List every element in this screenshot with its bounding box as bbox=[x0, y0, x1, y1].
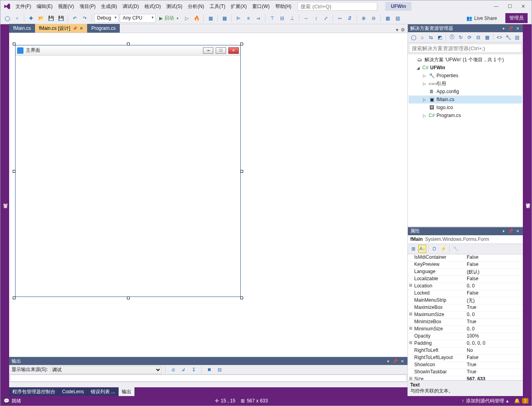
panel-close-icon[interactable]: ✕ bbox=[515, 229, 520, 233]
bottom-tab[interactable]: 输出 bbox=[119, 387, 135, 396]
center-h-icon[interactable]: ⊕ bbox=[359, 14, 368, 23]
align-right-icon[interactable]: ⫤ bbox=[254, 14, 263, 23]
tree-references-node[interactable]: ▷▭▭引用 bbox=[409, 80, 522, 88]
property-row[interactable]: ShowIconTrue bbox=[408, 362, 523, 369]
tree-appconfig-node[interactable]: 🗎App.config bbox=[409, 88, 522, 96]
align-middle-icon[interactable]: ⊟ bbox=[278, 14, 286, 23]
se-scope-icon[interactable]: ◩ bbox=[436, 33, 444, 41]
prop-categorized-icon[interactable]: ⊞ bbox=[409, 245, 417, 253]
document-tab[interactable]: fMain.cs [设计]📌✕ bbox=[35, 24, 88, 33]
menu-item[interactable]: 生成(B) bbox=[99, 2, 119, 12]
property-row[interactable]: IsMdiContainerFalse bbox=[408, 254, 523, 262]
new-item-icon[interactable]: ✚ bbox=[27, 14, 35, 23]
align-bottom-icon[interactable]: ⊥ bbox=[288, 14, 296, 23]
se-collapse-icon[interactable]: ⊟ bbox=[474, 33, 482, 41]
pin-icon[interactable]: 📌 bbox=[72, 26, 77, 31]
menu-item[interactable]: 分析(N) bbox=[185, 2, 207, 12]
prop-properties-icon[interactable]: 🗋 bbox=[431, 245, 438, 253]
panel-dropdown-icon[interactable]: ▾ bbox=[501, 26, 506, 31]
menu-item[interactable]: 窗口(W) bbox=[250, 2, 272, 12]
diagnostics-tab[interactable]: 诊断工具 bbox=[524, 210, 532, 213]
menu-item[interactable]: 格式(O) bbox=[142, 2, 163, 12]
output-clear2-icon[interactable]: ✖ bbox=[205, 366, 213, 374]
prop-alphabetical-icon[interactable]: A↓ bbox=[418, 245, 426, 253]
output-wrap-icon[interactable]: ↲ bbox=[179, 366, 187, 374]
tree-program-node[interactable]: ▷C#Program.cs bbox=[409, 111, 522, 119]
se-properties-icon[interactable]: 🔧 bbox=[504, 33, 512, 41]
panel-pin-icon[interactable]: 📌 bbox=[508, 229, 513, 233]
tree-logo-node[interactable]: 🖼logo.ico bbox=[409, 103, 522, 111]
panel-close-icon[interactable]: ✕ bbox=[399, 359, 405, 363]
toolbox-tab[interactable]: 工具箱 bbox=[2, 210, 9, 213]
se-refresh-icon[interactable]: ⟳ bbox=[466, 33, 474, 41]
size-width-icon[interactable]: ↔ bbox=[302, 14, 310, 23]
property-row[interactable]: ⊞Padding0, 0, 0, 0 bbox=[408, 340, 523, 347]
hspace-icon[interactable]: ⇿ bbox=[335, 14, 344, 23]
se-showall-icon[interactable]: ▦ bbox=[483, 33, 491, 41]
output-toggle-icon[interactable]: ⊟ bbox=[216, 366, 224, 374]
send-back-icon[interactable]: ▧ bbox=[393, 14, 402, 23]
maximize-icon[interactable]: ☐ bbox=[503, 1, 516, 12]
live-share-button[interactable]: 👥Live Share bbox=[462, 14, 501, 22]
menu-item[interactable]: 项目(P) bbox=[77, 2, 98, 12]
property-row[interactable]: LocalizableFalse bbox=[408, 276, 523, 283]
output-hscroll[interactable] bbox=[9, 382, 407, 387]
menu-item[interactable]: 测试(S) bbox=[164, 2, 185, 12]
platform-combo[interactable]: Any CPU bbox=[120, 14, 156, 23]
center-v-icon[interactable]: ⊖ bbox=[369, 14, 378, 23]
panel-close-icon[interactable]: ✕ bbox=[515, 26, 520, 31]
align-grid-icon[interactable]: ▩ bbox=[220, 14, 229, 23]
se-filter-icon[interactable]: ⓕ bbox=[448, 33, 456, 41]
hot-reload-icon[interactable]: 🔥 bbox=[192, 14, 201, 23]
align-center-icon[interactable]: ≡ bbox=[244, 14, 253, 23]
menu-item[interactable]: 帮助(H) bbox=[273, 2, 294, 12]
search-input[interactable] bbox=[298, 2, 377, 11]
size-both-icon[interactable]: ⤢ bbox=[322, 14, 330, 23]
property-row[interactable]: MaximizeBoxTrue bbox=[408, 304, 523, 312]
bring-front-icon[interactable]: ▦ bbox=[383, 14, 392, 23]
properties-object-combo[interactable]: fMainSystem.Windows.Forms.Form bbox=[408, 235, 523, 244]
forward-icon[interactable]: ▾ bbox=[13, 14, 21, 23]
properties-grid[interactable]: IsMdiContainerFalseKeyPreviewFalseLangua… bbox=[408, 254, 523, 381]
document-tab[interactable]: fMain.cs bbox=[9, 24, 35, 33]
panel-pin-icon[interactable]: 📌 bbox=[508, 26, 513, 31]
se-sync-icon[interactable]: ↻ bbox=[457, 33, 465, 41]
output-source-combo[interactable]: 调试 bbox=[50, 366, 162, 374]
se-preview-icon[interactable]: ▤ bbox=[513, 33, 521, 41]
close-icon[interactable]: ✕ bbox=[516, 1, 530, 12]
se-code-icon[interactable]: <> bbox=[495, 33, 503, 41]
form-designer-surface[interactable]: 主界面 ━ ☐ ✕ bbox=[9, 33, 407, 357]
save-all-icon[interactable]: 💾 bbox=[57, 14, 65, 23]
property-row[interactable]: KeyPreviewFalse bbox=[408, 262, 523, 269]
property-row[interactable]: LockedFalse bbox=[408, 290, 523, 297]
se-back-icon[interactable]: ◯ bbox=[409, 33, 417, 41]
align-left-icon[interactable]: ⊫ bbox=[234, 14, 243, 23]
property-row[interactable]: Language(默认) bbox=[408, 269, 523, 276]
property-row[interactable]: ShowInTaskbarTrue bbox=[408, 369, 523, 376]
tree-properties-node[interactable]: ▷🔧Properties bbox=[409, 72, 522, 80]
config-combo[interactable]: Debug bbox=[94, 14, 119, 23]
menu-item[interactable]: 工具(T) bbox=[207, 2, 228, 12]
status-feedback-icon[interactable]: 💬 bbox=[4, 398, 10, 404]
bottom-tab[interactable]: CodeLens bbox=[59, 387, 88, 396]
solution-search-input[interactable] bbox=[409, 44, 522, 53]
property-row[interactable]: RightToLeftLayoutFalse bbox=[408, 355, 523, 362]
redo-icon[interactable]: ↷ bbox=[80, 14, 89, 23]
property-row[interactable]: Opacity100% bbox=[408, 333, 523, 340]
tabs-overflow-icon[interactable]: ▾ bbox=[396, 27, 398, 33]
se-home-icon[interactable]: ⌂ bbox=[418, 33, 426, 41]
bell-icon[interactable]: 🔔 bbox=[514, 398, 520, 404]
menu-item[interactable]: 视图(V) bbox=[56, 2, 76, 12]
se-switch-icon[interactable]: ⇆ bbox=[427, 33, 435, 41]
tab-close-icon[interactable]: ✕ bbox=[80, 26, 83, 31]
menu-item[interactable]: 编辑(E) bbox=[34, 2, 55, 12]
property-row[interactable]: MinimizeBoxTrue bbox=[408, 319, 523, 326]
align-top-icon[interactable]: ⊤ bbox=[268, 14, 277, 23]
output-clear-icon[interactable]: ⎚ bbox=[169, 366, 177, 374]
minimize-icon[interactable]: — bbox=[489, 1, 503, 12]
open-icon[interactable]: 📂 bbox=[37, 14, 45, 23]
bottom-tab[interactable]: 错误列表 ... bbox=[88, 387, 119, 396]
back-icon[interactable]: ◯ bbox=[3, 14, 12, 23]
scm-button[interactable]: ↑添加到源代码管理▴ bbox=[462, 398, 509, 404]
solution-tree[interactable]: 🗂解决方案 'UFWin' (1 个项目，共 1 个) ◢C#UFWin ▷🔧P… bbox=[408, 54, 523, 226]
